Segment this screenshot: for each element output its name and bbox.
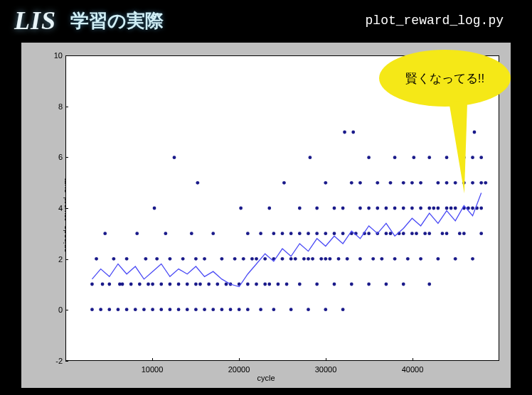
svg-point-140 (402, 181, 405, 185)
x-tick-label: 30000 (315, 365, 337, 374)
svg-point-162 (445, 181, 449, 185)
x-axis-label: cycle (257, 374, 275, 382)
svg-point-166 (454, 207, 457, 210)
svg-point-112 (350, 181, 353, 185)
svg-point-120 (367, 232, 371, 235)
svg-point-146 (415, 232, 418, 235)
svg-point-170 (462, 232, 466, 235)
svg-point-40 (194, 257, 198, 261)
svg-point-148 (419, 207, 422, 210)
svg-point-95 (319, 257, 323, 261)
svg-point-79 (289, 308, 293, 311)
svg-point-163 (445, 156, 449, 159)
svg-point-117 (358, 181, 362, 185)
svg-point-135 (393, 156, 397, 159)
svg-point-78 (285, 283, 289, 286)
svg-point-27 (164, 232, 167, 235)
svg-point-15 (134, 308, 137, 311)
svg-point-165 (454, 257, 457, 261)
svg-point-147 (419, 257, 422, 261)
svg-point-14 (129, 283, 133, 286)
svg-point-167 (454, 181, 457, 185)
y-tick-label: 10 (48, 51, 63, 60)
svg-point-176 (471, 207, 474, 210)
svg-point-103 (333, 207, 336, 210)
svg-point-24 (155, 257, 159, 261)
svg-point-0 (90, 308, 94, 311)
svg-point-84 (298, 232, 302, 235)
svg-point-126 (376, 181, 379, 185)
svg-point-74 (277, 283, 280, 286)
svg-point-50 (220, 257, 223, 261)
svg-point-121 (367, 207, 371, 210)
svg-point-13 (125, 257, 129, 261)
svg-point-87 (307, 308, 310, 311)
svg-point-128 (385, 283, 388, 286)
svg-point-86 (302, 257, 306, 261)
svg-point-81 (289, 232, 293, 235)
svg-point-66 (259, 232, 262, 235)
svg-point-91 (311, 257, 314, 261)
svg-point-61 (246, 232, 250, 235)
svg-point-130 (385, 207, 388, 210)
svg-point-105 (341, 308, 345, 311)
svg-point-150 (423, 232, 427, 235)
svg-point-175 (471, 257, 474, 261)
lis-logo: LIS (14, 6, 56, 36)
x-tick-label: 20000 (228, 365, 250, 374)
svg-point-160 (445, 232, 449, 235)
svg-point-97 (324, 257, 327, 261)
svg-point-137 (402, 283, 405, 286)
svg-point-25 (159, 308, 163, 311)
svg-point-58 (242, 257, 245, 261)
svg-point-65 (259, 308, 262, 311)
svg-point-99 (324, 181, 327, 185)
svg-point-76 (281, 232, 284, 235)
svg-point-41 (196, 181, 199, 185)
x-tick-label: 10000 (142, 365, 164, 374)
svg-point-94 (315, 207, 319, 210)
svg-point-47 (211, 232, 215, 235)
svg-point-80 (289, 257, 293, 261)
svg-point-92 (315, 283, 319, 286)
svg-point-52 (229, 308, 233, 311)
svg-point-141 (406, 257, 410, 261)
svg-point-179 (473, 131, 477, 134)
svg-point-48 (216, 283, 219, 286)
callout-text: 賢くなってる!! (405, 70, 484, 87)
svg-point-35 (186, 308, 189, 311)
y-tick-label: 2 (48, 255, 63, 264)
svg-point-3 (99, 308, 102, 311)
svg-point-7 (107, 283, 111, 286)
svg-point-4 (101, 283, 105, 286)
svg-point-164 (449, 207, 453, 210)
svg-point-156 (436, 257, 440, 261)
svg-point-183 (479, 181, 483, 185)
svg-point-152 (427, 232, 431, 235)
svg-point-106 (341, 232, 345, 235)
svg-point-82 (294, 257, 297, 261)
svg-point-77 (282, 181, 286, 185)
svg-point-1 (90, 283, 94, 286)
svg-point-144 (410, 181, 414, 185)
svg-point-26 (159, 283, 163, 286)
svg-point-151 (427, 283, 431, 286)
svg-point-2 (95, 257, 98, 261)
y-tick-label: 0 (48, 305, 63, 314)
svg-point-83 (298, 283, 302, 286)
svg-point-110 (350, 283, 353, 286)
svg-point-60 (246, 283, 250, 286)
svg-point-131 (389, 232, 393, 235)
svg-point-8 (112, 257, 115, 261)
svg-point-54 (233, 257, 237, 261)
svg-point-62 (250, 257, 254, 261)
svg-point-32 (177, 308, 181, 311)
svg-point-149 (419, 181, 422, 185)
svg-point-43 (203, 308, 206, 311)
svg-point-119 (367, 283, 371, 286)
page-title: 学習の実際 (70, 9, 164, 33)
svg-point-115 (358, 257, 362, 261)
svg-point-9 (117, 308, 120, 311)
svg-point-107 (341, 207, 345, 210)
svg-point-88 (307, 257, 310, 261)
